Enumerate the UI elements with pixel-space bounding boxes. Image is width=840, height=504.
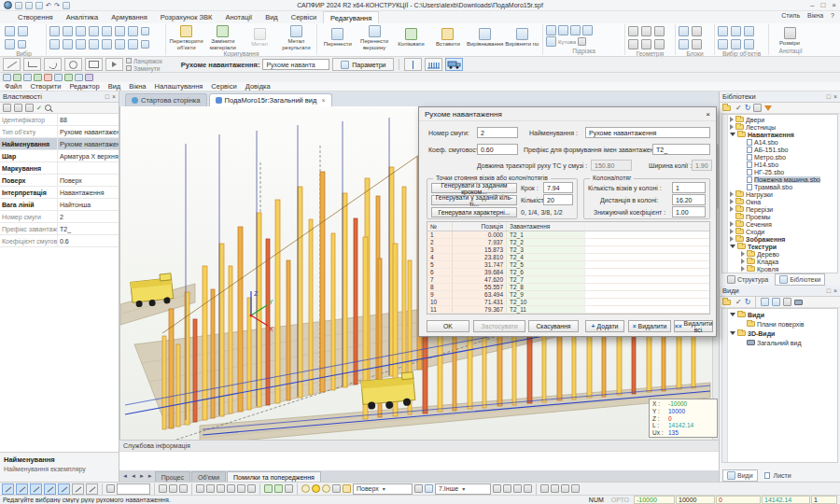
union-icon[interactable] <box>628 26 638 36</box>
positions-table[interactable]: № Позиція Завантаження 10.000T2_1 27.937… <box>427 221 710 315</box>
view-up-icon[interactable] <box>761 298 769 306</box>
parameters-button[interactable]: Параметри <box>332 58 394 71</box>
snap-endpoint-icon[interactable] <box>16 483 28 495</box>
tab-servisi[interactable]: Сервіси <box>285 11 323 23</box>
circle-snap-icon[interactable] <box>169 484 177 493</box>
close-loop-checkbox[interactable]: Замкнути <box>126 65 162 72</box>
project-window-icon[interactable] <box>75 74 83 81</box>
project-window-icon[interactable] <box>34 74 42 81</box>
copy-doc-icon[interactable] <box>196 484 204 493</box>
tab-start-page[interactable]: Стартова сторінка <box>125 93 207 106</box>
circle-tool[interactable] <box>64 58 82 71</box>
select-chain-icon[interactable] <box>744 39 754 49</box>
tab-analitika[interactable]: Аналітика <box>60 11 105 23</box>
scissors-tool-icon[interactable] <box>115 39 125 49</box>
select-cross-icon[interactable] <box>731 39 741 49</box>
tab-nav-last-icon[interactable]: ► <box>147 473 154 479</box>
prefix-field[interactable]: T2_ <box>652 144 710 155</box>
snap-grid-icon[interactable] <box>2 483 14 495</box>
axis-divider-tool[interactable] <box>404 58 422 71</box>
minimize-button[interactable]: – <box>810 1 814 9</box>
lane-number-field[interactable]: 2 <box>477 127 518 138</box>
perpendicular-icon[interactable] <box>179 484 188 493</box>
generate-characteristic-button[interactable]: Генерувати характерні... <box>431 207 517 217</box>
column-distance-field[interactable]: 16.20 <box>672 194 706 205</box>
close-panel-icon[interactable]: × <box>833 93 837 100</box>
help-menu[interactable]: ? <box>831 12 834 19</box>
project-window-icon[interactable] <box>64 74 73 81</box>
arc-tool-icon[interactable] <box>49 26 60 36</box>
extra-tool-icon[interactable] <box>141 40 149 49</box>
tree-item[interactable]: 3D-Види <box>730 329 837 338</box>
carts-count-field[interactable]: 1 <box>672 182 706 193</box>
table-row[interactable]: 10.000T2_1 <box>427 231 709 239</box>
select-region-icon[interactable] <box>5 39 15 49</box>
tree-item[interactable]: Проемы <box>730 213 837 220</box>
new-file-icon[interactable] <box>15 2 22 9</box>
moving-load-combo[interactable]: Рухоме наванта <box>262 59 329 70</box>
tab-errors[interactable]: Помилки та попередження <box>227 471 321 482</box>
line-tool[interactable] <box>3 58 21 71</box>
tree-item[interactable]: Окна <box>730 198 837 205</box>
tree-item[interactable]: АБ-151.sbo <box>730 146 837 153</box>
property-row[interactable]: ШарАрматура X верхня <box>0 150 119 162</box>
name-field[interactable]: Рухоме навантаження <box>585 127 710 138</box>
dock-icon[interactable]: □ <box>827 287 831 294</box>
cursor-plus-icon[interactable] <box>503 484 511 493</box>
camera-icon[interactable] <box>794 300 803 305</box>
doc-stack-icon[interactable] <box>227 484 235 493</box>
table-row[interactable]: 639.684T2_6 <box>427 269 709 276</box>
menu-services[interactable]: Сервіси <box>211 82 236 91</box>
close-panel-icon[interactable]: × <box>112 93 116 100</box>
light-extra-icon[interactable] <box>322 484 330 493</box>
corner-trim-icon[interactable] <box>546 36 556 47</box>
grid-icon[interactable] <box>493 484 501 493</box>
join-tool-icon[interactable] <box>63 39 73 49</box>
move-vertex-button[interactable]: Перенести вершину <box>357 25 391 50</box>
intersect-icon[interactable] <box>654 26 665 36</box>
step-field[interactable]: 7.94 <box>543 182 573 193</box>
volume-alt-icon[interactable] <box>274 484 283 493</box>
printer-icon[interactable] <box>414 484 423 493</box>
project-window-icon[interactable] <box>13 74 21 81</box>
tab-stvorennya[interactable]: Створення <box>11 11 60 23</box>
save-library-icon[interactable] <box>753 104 762 112</box>
property-row[interactable]: ПоверхПоверх <box>0 175 119 187</box>
shell-icon[interactable] <box>628 39 638 49</box>
redo-icon[interactable]: ↷ <box>54 2 60 9</box>
volume-icon[interactable] <box>264 484 273 493</box>
frame-icon[interactable] <box>513 484 522 493</box>
truck-1[interactable] <box>130 273 174 308</box>
move-button[interactable]: Перенести <box>320 28 355 48</box>
apply-check-icon[interactable]: ✓ <box>36 105 42 111</box>
undo-icon[interactable]: ↶ <box>46 2 51 9</box>
dimensions-button[interactable]: Розміри <box>772 27 807 47</box>
align-button[interactable]: Вирівнювання <box>468 28 503 48</box>
new-doc-icon[interactable] <box>206 484 215 493</box>
windows-menu[interactable]: Вікна <box>807 12 823 19</box>
refresh-icon[interactable]: ↻ <box>745 105 751 112</box>
table-row[interactable]: 531.747T2_5 <box>427 261 709 269</box>
offset-tool-icon[interactable] <box>76 26 86 36</box>
tab-process[interactable]: Процес <box>155 471 190 482</box>
trim-extra-icon[interactable] <box>578 37 586 46</box>
more-tool-icon[interactable] <box>141 27 149 35</box>
tree-item[interactable]: Метро.sbo <box>730 153 837 161</box>
tree-item[interactable]: Плани поверхів <box>730 319 837 329</box>
layer-combo[interactable]: 7.Інше▾ <box>435 483 491 495</box>
rectangle-tool[interactable] <box>85 58 103 71</box>
delete-all-button[interactable]: ××Видалити всі <box>674 320 713 332</box>
tab-model-view[interactable]: ПодаМоro15r:Загальний вид × <box>209 93 332 106</box>
doc-layers-icon[interactable] <box>237 484 245 493</box>
dock-icon[interactable]: □ <box>827 93 831 100</box>
select-level-icon[interactable] <box>731 26 741 36</box>
property-row[interactable]: Тип об'єктуРухоме навантаження <box>0 126 119 138</box>
box-icon[interactable] <box>285 484 293 493</box>
block-create-icon[interactable] <box>679 26 689 36</box>
zoom-window-icon[interactable] <box>571 484 580 493</box>
menu-help[interactable]: Довідка <box>245 82 271 91</box>
dialog-close-icon[interactable]: × <box>706 110 710 119</box>
hatch-tool-icon[interactable] <box>115 26 125 36</box>
trim-arc-icon[interactable] <box>582 25 593 35</box>
render-mode-icon[interactable] <box>332 484 341 493</box>
